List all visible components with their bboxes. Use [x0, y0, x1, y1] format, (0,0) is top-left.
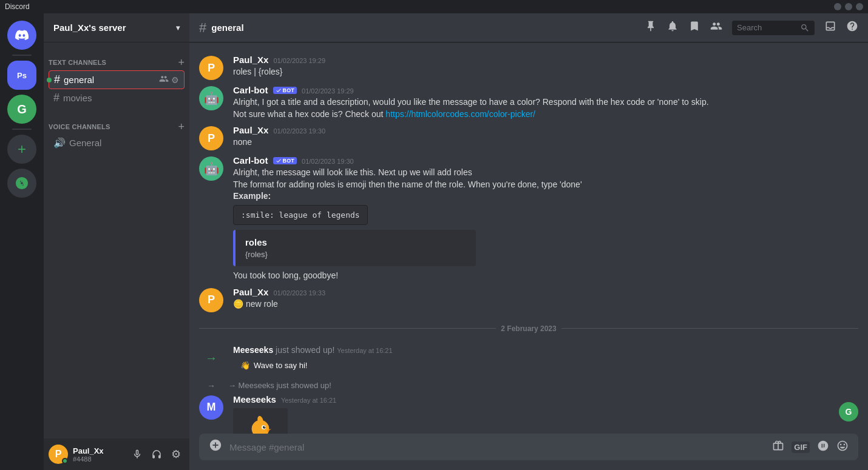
notification-icon[interactable] [666, 20, 679, 35]
text-channels-label: TEXT CHANNELS [49, 59, 106, 66]
join-arrow-icon: → [199, 346, 223, 371]
gift-icon[interactable] [772, 440, 784, 455]
members-list-icon[interactable] [710, 20, 722, 35]
message-text: roles | {roles} [233, 66, 858, 78]
message-input-area: GIF [189, 434, 868, 470]
sidebar: Paul_Xx's server ▾ TEXT CHANNELS + # gen… [44, 13, 189, 470]
titlebar: Discord — □ ✕ [0, 0, 868, 13]
date-divider-line [561, 328, 858, 329]
message-header: Paul_Xx 01/02/2023 19:33 [233, 287, 858, 297]
message-input[interactable] [229, 435, 765, 460]
avatar: P [199, 288, 223, 312]
add-voice-channel-button[interactable]: + [178, 121, 185, 132]
message-content: Paul_Xx 01/02/2023 19:30 none [233, 125, 858, 149]
server-icon-ps[interactable]: Ps [7, 61, 36, 90]
gif-icon[interactable]: GIF [792, 441, 810, 453]
message-author[interactable]: Paul_Xx [233, 125, 268, 135]
messages-area[interactable]: P Paul_Xx 01/02/2023 19:29 roles | {role… [189, 42, 868, 434]
main-content: # general [189, 13, 868, 470]
join-username[interactable]: Meeseeks [233, 345, 273, 355]
message-header: Paul_Xx 01/02/2023 19:29 [233, 55, 858, 65]
members-icon[interactable] [159, 74, 169, 86]
channel-header-left: # general [199, 20, 244, 36]
search-bar[interactable] [732, 21, 815, 35]
channel-header: # general [189, 13, 868, 42]
help-icon[interactable] [846, 20, 858, 35]
message-author[interactable]: Paul_Xx [233, 55, 268, 65]
close-button[interactable]: ✕ [856, 3, 863, 10]
minimize-button[interactable]: — [834, 3, 841, 10]
server-header[interactable]: Paul_Xx's server ▾ [44, 13, 189, 42]
add-server-button[interactable]: + [7, 135, 36, 164]
bot-badge: BOT [273, 87, 297, 94]
sticker-icon[interactable] [817, 440, 829, 455]
message-header: Paul_Xx 01/02/2023 19:30 [233, 125, 858, 135]
online-user-indicator: G [839, 402, 858, 421]
user-tag: #4488 [73, 455, 124, 463]
svg-point-1 [21, 182, 23, 184]
header-channel-name: general [211, 22, 243, 33]
channel-item-movies[interactable]: # movies [49, 89, 185, 107]
message-timestamp: Yesterday at 16:21 [281, 397, 336, 404]
message-header: Carl-bot BOT 01/02/2023 19:29 [233, 85, 858, 95]
message-content: Paul_Xx 01/02/2023 19:29 roles | {roles} [233, 55, 858, 78]
voice-channels-category[interactable]: VOICE CHANNELS + [44, 112, 189, 135]
titlebar-left: Discord [5, 2, 30, 11]
avatar: M [199, 395, 223, 420]
message-group: 🤖 Carl-bot BOT 01/02/2023 19:29 Alright,… [189, 82, 868, 123]
channel-header-right [645, 20, 858, 35]
maximize-button[interactable]: □ [845, 3, 852, 10]
small-join-text: → Meeseeks just showed up! [228, 381, 331, 390]
color-picker-link[interactable]: https://htmlcolorcodes.com/color-picker/ [385, 109, 535, 119]
search-icon [800, 23, 810, 33]
small-join-message: → → Meeseeks just showed up! [189, 380, 868, 392]
message-content: Carl-bot BOT 01/02/2023 19:30 Alright, t… [233, 155, 858, 281]
message-timestamp: 01/02/2023 19:29 [273, 57, 325, 64]
embed-card: roles {roles} [233, 230, 476, 266]
settings-icon[interactable]: ⚙ [171, 75, 179, 85]
channel-item-general[interactable]: # general ⚙ [49, 70, 185, 89]
message-timestamp: 01/02/2023 19:29 [302, 87, 354, 95]
wave-button[interactable]: 👋 Wave to say hi! [233, 358, 314, 372]
server-icon-home[interactable] [7, 21, 36, 50]
text-channels-category[interactable]: TEXT CHANNELS + [44, 47, 189, 70]
search-input[interactable] [737, 23, 796, 32]
message-author[interactable]: Paul_Xx [233, 287, 268, 297]
microphone-button[interactable] [129, 446, 146, 463]
message-group: P Paul_Xx 01/02/2023 19:33 🪙 new role [189, 284, 868, 315]
embed-title: roles [245, 237, 466, 247]
join-message-text: Meeseeks just showed up! Yesterday at 16… [233, 345, 393, 355]
message-author[interactable]: Carl-bot [233, 155, 268, 166]
hash-icon: # [54, 73, 60, 86]
message-author[interactable]: Carl-bot [233, 85, 268, 95]
headphones-button[interactable] [148, 446, 165, 463]
header-hash-icon: # [199, 20, 206, 36]
message-content: Meeseeks Yesterday at 16:21 [233, 394, 858, 434]
username: Paul_Xx [73, 446, 124, 455]
avatar: 🤖 [199, 156, 223, 181]
system-join-event: → Meeseeks just showed up! Yesterday at … [189, 343, 868, 375]
pin-icon2[interactable] [688, 20, 700, 35]
voice-channel-general[interactable]: 🔊 General [49, 135, 185, 151]
add-text-channel-button[interactable]: + [178, 57, 185, 68]
emoji-icon[interactable] [836, 440, 849, 455]
inbox-icon[interactable] [824, 20, 836, 35]
server-icon-g[interactable]: G [7, 95, 36, 124]
app-layout: Ps G + Paul_Xx's server ▾ TEXT CHANNELS … [0, 13, 868, 470]
online-indicator [62, 458, 68, 464]
server-name: Paul_Xx's server [53, 22, 126, 33]
message-author[interactable]: Meeseeks [233, 394, 276, 405]
speaker-icon: 🔊 [53, 137, 66, 149]
titlebar-controls: — □ ✕ [834, 3, 863, 10]
user-info: Paul_Xx #4488 [73, 446, 124, 463]
user-controls: ⚙ [129, 446, 185, 463]
date-divider-line [199, 328, 496, 329]
attach-file-button[interactable] [209, 438, 222, 455]
message-text: Alright, the message will look like this… [233, 167, 858, 203]
pin-icon[interactable] [645, 20, 657, 35]
settings-button[interactable]: ⚙ [168, 446, 185, 463]
message-content: Paul_Xx 01/02/2023 19:33 🪙 new role [233, 287, 858, 311]
chevron-down-icon: ▾ [176, 24, 180, 32]
explore-servers-button[interactable] [7, 169, 36, 198]
svg-point-7 [264, 426, 265, 427]
